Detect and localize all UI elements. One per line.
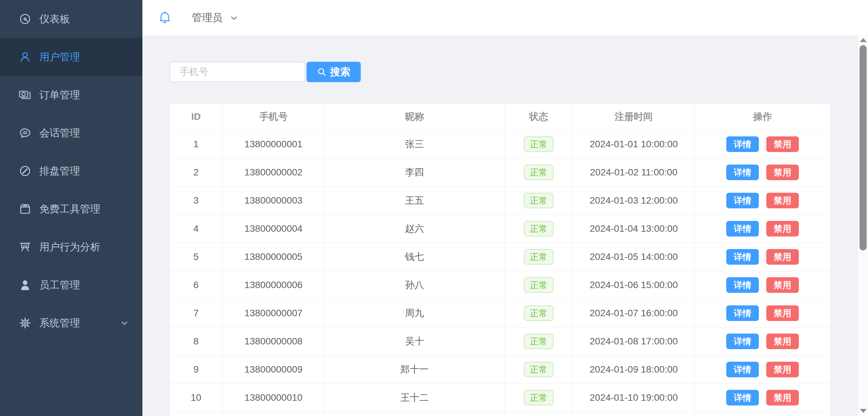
topbar: 管理员 bbox=[142, 0, 868, 36]
detail-button[interactable]: 详情 bbox=[726, 362, 759, 377]
cell-registered-at: 2024-01-10 19:00:00 bbox=[573, 384, 695, 412]
sidebar-item-staff-management[interactable]: 员工管理 bbox=[0, 266, 142, 304]
disable-button[interactable]: 禁用 bbox=[766, 136, 799, 152]
cell-phone: 13800000010 bbox=[222, 384, 325, 412]
disable-button[interactable]: 禁用 bbox=[766, 193, 799, 208]
scrollbar-down-arrow[interactable] bbox=[860, 409, 867, 413]
table-row: 8 13800000008 吴十 正常 2024-01-08 17:00:00 … bbox=[170, 327, 830, 356]
disable-button[interactable]: 禁用 bbox=[766, 249, 799, 265]
sidebar-item-session-management[interactable]: 会话管理 bbox=[0, 114, 142, 152]
column-header-registered-at: 注册时间 bbox=[573, 103, 695, 130]
cell-status bbox=[505, 412, 573, 416]
user-name: 管理员 bbox=[192, 11, 222, 25]
cell-nickname: 王十二 bbox=[325, 384, 505, 412]
cell-id: 7 bbox=[170, 299, 222, 327]
table-row: 3 13800000003 王五 正常 2024-01-03 12:00:00 … bbox=[170, 187, 830, 215]
detail-button[interactable]: 详情 bbox=[726, 277, 759, 293]
sidebar-item-user-behavior-analytics[interactable]: 用户行为分析 bbox=[0, 228, 142, 266]
detail-button[interactable]: 详情 bbox=[726, 221, 759, 237]
detail-button[interactable]: 详情 bbox=[726, 165, 759, 180]
column-header-actions: 操作 bbox=[695, 103, 830, 130]
sidebar-item-user-management[interactable]: 用户管理 bbox=[0, 38, 142, 76]
disable-button[interactable]: 禁用 bbox=[766, 165, 799, 180]
cell-status: 正常 bbox=[505, 215, 573, 243]
table-row bbox=[170, 412, 830, 416]
disable-button[interactable]: 禁用 bbox=[766, 334, 799, 349]
scrollbar-thumb[interactable] bbox=[860, 45, 867, 250]
detail-button[interactable]: 详情 bbox=[726, 390, 759, 405]
disable-button[interactable]: 禁用 bbox=[766, 277, 799, 293]
search-button-label: 搜索 bbox=[330, 65, 351, 79]
column-header-nickname: 昵称 bbox=[325, 103, 505, 130]
cell-id: 4 bbox=[170, 215, 222, 243]
cell-registered-at: 2024-01-01 10:00:00 bbox=[573, 130, 695, 158]
cell-actions: 详情 禁用 bbox=[695, 356, 830, 384]
cell-id: 6 bbox=[170, 271, 222, 299]
detail-button[interactable]: 详情 bbox=[726, 249, 759, 265]
chevron-down-icon bbox=[229, 13, 239, 23]
sidebar-item-label: 订单管理 bbox=[39, 88, 80, 102]
table-header-row: ID 手机号 昵称 状态 注册时间 操作 bbox=[170, 103, 830, 130]
cell-phone: 13800000002 bbox=[222, 158, 325, 187]
cell-actions: 详情 禁用 bbox=[695, 271, 830, 299]
cell-status: 正常 bbox=[505, 158, 573, 187]
bell-icon bbox=[158, 11, 172, 25]
cell-phone: 13800000003 bbox=[222, 187, 325, 215]
sidebar: 仪表板 用户管理 订单管理 会话管理 排盘管理 bbox=[0, 0, 142, 416]
detail-button[interactable]: 详情 bbox=[726, 305, 759, 321]
sidebar-item-label: 免费工具管理 bbox=[39, 202, 100, 216]
main-content: 搜索 ID 手机号 昵称 状态 注册时间 操作 1 13800000001 张三… bbox=[142, 36, 858, 416]
cell-actions bbox=[695, 412, 830, 416]
search-button[interactable]: 搜索 bbox=[307, 62, 361, 82]
cell-id: 5 bbox=[170, 243, 222, 271]
scrollbar-up-arrow[interactable] bbox=[860, 38, 867, 42]
cell-actions: 详情 禁用 bbox=[695, 158, 830, 187]
dashboard-icon bbox=[18, 12, 32, 26]
table-body: 1 13800000001 张三 正常 2024-01-01 10:00:00 … bbox=[170, 130, 830, 416]
cell-nickname: 孙八 bbox=[325, 271, 505, 299]
user-icon bbox=[18, 50, 32, 64]
cell-status: 正常 bbox=[505, 130, 573, 158]
sidebar-item-dashboard[interactable]: 仪表板 bbox=[0, 0, 142, 38]
cell-registered-at: 2024-01-07 16:00:00 bbox=[573, 299, 695, 327]
column-header-status: 状态 bbox=[505, 103, 573, 130]
cell-registered-at: 2024-01-04 13:00:00 bbox=[573, 215, 695, 243]
disable-button[interactable]: 禁用 bbox=[766, 362, 799, 377]
sidebar-item-order-management[interactable]: 订单管理 bbox=[0, 76, 142, 114]
disable-button[interactable]: 禁用 bbox=[766, 390, 799, 405]
sidebar-item-free-tools-management[interactable]: 免费工具管理 bbox=[0, 190, 142, 228]
disable-button[interactable]: 禁用 bbox=[766, 305, 799, 321]
cell-actions: 详情 禁用 bbox=[695, 327, 830, 356]
detail-button[interactable]: 详情 bbox=[726, 334, 759, 349]
status-badge: 正常 bbox=[524, 221, 554, 237]
cell-phone: 13800000009 bbox=[222, 356, 325, 384]
detail-button[interactable]: 详情 bbox=[726, 136, 759, 152]
column-header-phone: 手机号 bbox=[222, 103, 325, 130]
disable-button[interactable]: 禁用 bbox=[766, 221, 799, 237]
detail-button[interactable]: 详情 bbox=[726, 193, 759, 208]
cell-actions: 详情 禁用 bbox=[695, 384, 830, 412]
sidebar-item-paipan-management[interactable]: 排盘管理 bbox=[0, 152, 142, 190]
sidebar-item-label: 员工管理 bbox=[39, 278, 80, 292]
notifications-button[interactable] bbox=[158, 11, 172, 25]
chevron-down-icon bbox=[120, 319, 129, 327]
analytics-icon bbox=[18, 240, 32, 254]
cell-phone: 13800000004 bbox=[222, 215, 325, 243]
search-icon bbox=[317, 67, 327, 77]
cell-nickname: 张三 bbox=[325, 130, 505, 158]
order-icon bbox=[18, 88, 32, 102]
user-menu[interactable]: 管理员 bbox=[192, 11, 239, 25]
sidebar-item-label: 会话管理 bbox=[39, 126, 80, 140]
table-row: 9 13800000009 郑十一 正常 2024-01-09 18:00:00… bbox=[170, 356, 830, 384]
phone-search-input[interactable] bbox=[170, 62, 305, 82]
cell-id: 1 bbox=[170, 130, 222, 158]
sidebar-item-label: 用户行为分析 bbox=[39, 240, 100, 254]
chat-icon bbox=[18, 126, 32, 140]
status-badge: 正常 bbox=[524, 136, 554, 152]
status-badge: 正常 bbox=[524, 249, 554, 265]
sidebar-item-system-management[interactable]: 系统管理 bbox=[0, 304, 142, 342]
cell-id: 2 bbox=[170, 158, 222, 187]
status-badge: 正常 bbox=[524, 165, 554, 180]
cell-phone: 13800000008 bbox=[222, 327, 325, 356]
cell-nickname: 赵六 bbox=[325, 215, 505, 243]
